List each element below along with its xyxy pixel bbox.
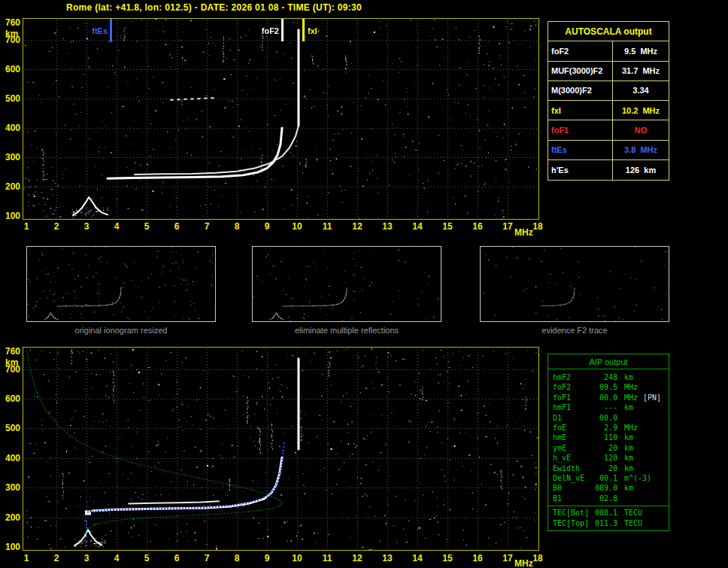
thumbnail-caption-original: original ionogram resized — [75, 326, 168, 335]
thumbnail-original-canvas — [27, 247, 215, 321]
autoscala-row-value: NO — [613, 120, 669, 139]
y-tick-label: 300 — [1, 483, 20, 492]
y-tick-label: 500 — [1, 94, 20, 103]
aip-row: B0089.0km — [553, 483, 666, 493]
aip-row-value: 00.1 — [592, 473, 617, 483]
aip-rows: hmF2248kmfoF209.5MHzfoF100.0MHz[PN]hmF1-… — [548, 369, 669, 506]
x-tick-label: 1 — [24, 554, 29, 563]
autoscala-row-value: 3.34 — [613, 81, 669, 100]
aip-row-label: ymE — [553, 443, 592, 453]
x-tick-label: 18 — [532, 222, 542, 231]
aip-output-title: AIP output — [548, 354, 669, 369]
thumbnail-f2-trace — [480, 246, 669, 322]
top-ionogram-plot — [23, 18, 539, 220]
autoscala-row-label: fxI — [548, 101, 613, 120]
aip-row: ymE20km — [553, 443, 666, 453]
aip-row: Ewidth20km — [553, 463, 666, 473]
aip-row-value: 2.9 — [592, 423, 617, 433]
aip-row-unit: TECU — [617, 508, 642, 518]
aip-row: hmF1---km — [553, 402, 666, 412]
y-tick-label: 700 — [1, 35, 20, 44]
y-tick-label: 200 — [1, 513, 20, 522]
aip-row-unit: km — [617, 453, 633, 463]
x-tick-label: 15 — [442, 222, 452, 231]
y-tick-label: 400 — [1, 123, 20, 132]
autoscala-row-value: 9.5 MHz — [613, 41, 669, 60]
x-tick-label: 2 — [54, 222, 59, 231]
y-tick-label: 300 — [1, 153, 20, 162]
aip-tec-rows: TEC[Bot]008.1TECUTEC[Top]011.3TECU — [548, 506, 669, 530]
aip-row-label: TEC[Top] — [553, 518, 592, 528]
aip-row-unit: TECU — [617, 518, 642, 528]
aip-row-label: hmF1 — [553, 402, 592, 412]
autoscala-row-value: 10.2 MHz — [613, 101, 669, 120]
thumbnail-f2-trace-canvas — [481, 247, 669, 321]
aip-row-unit: km — [617, 402, 633, 412]
top-ionogram-canvas — [23, 19, 538, 219]
aip-row-value: 008.1 — [592, 508, 617, 518]
aip-row-label: DelN_vE — [553, 473, 592, 483]
x-tick-label: 7 — [205, 222, 210, 231]
aip-row-value: 00.0 — [592, 413, 617, 423]
aip-row-unit: km — [617, 483, 633, 493]
autoscala-row-label: MUF(3000)F2 — [548, 62, 613, 80]
x-tick-label: 3 — [84, 222, 89, 231]
aip-row-label: B1 — [553, 494, 592, 503]
ftes-marker-line — [110, 19, 112, 41]
x-tick-label: 5 — [144, 554, 150, 563]
aip-row-value: --- — [592, 402, 617, 412]
x-tick-label: 17 — [502, 222, 512, 231]
x-tick-label: 6 — [174, 554, 180, 563]
y-tick-label: 500 — [1, 424, 20, 433]
autoscala-row-value: 126 km — [613, 160, 669, 180]
y-tick-label: 760 — [1, 347, 20, 356]
aip-row: B102.8 — [553, 494, 666, 503]
y-tick-label: 760 — [1, 18, 20, 27]
aip-row-unit: km — [617, 443, 633, 453]
aip-row: hmF2248km — [553, 372, 666, 382]
y-tick-label: 400 — [1, 454, 20, 463]
autoscala-output-title: AUTOSCALA output — [548, 22, 669, 41]
autoscala-row-value: 3.8 MHz — [613, 141, 669, 159]
x-tick-label: 13 — [382, 554, 392, 563]
autoscala-row: foF29.5 MHz — [548, 41, 669, 61]
aip-row-label: h_vE — [553, 453, 592, 463]
autoscala-row: MUF(3000)F231.7 MHz — [548, 62, 669, 81]
ftes-marker-label: ftEs — [85, 27, 108, 35]
autoscala-row-label: foF2 — [548, 41, 613, 60]
x-tick-label: 4 — [114, 222, 120, 231]
aip-row-label: D1 — [553, 413, 592, 423]
aip-row: hmE110km — [553, 433, 666, 442]
aip-row-unit — [617, 494, 624, 503]
x-tick-label: 10 — [292, 222, 302, 231]
x-tick-label: 18 — [532, 554, 542, 563]
aip-row: D100.0 — [553, 413, 666, 423]
x-tick-label: 11 — [323, 554, 332, 563]
y-tick-label: 600 — [1, 394, 20, 403]
x-tick-label: 8 — [235, 222, 240, 231]
x-tick-label: 12 — [352, 554, 362, 563]
aip-row: foE2.9MHz — [553, 423, 666, 433]
aip-row-unit: MHz — [617, 382, 638, 392]
aip-row-value: 02.8 — [592, 494, 617, 503]
aip-row: DelN_vE00.1m^(-3) — [553, 473, 666, 483]
autoscala-output-table: AUTOSCALA output foF29.5 MHzMUF(3000)F23… — [548, 21, 669, 181]
fxi-marker-label: fxI — [308, 27, 317, 35]
y-tick-label: 200 — [1, 182, 20, 191]
aip-row-unit: MHz — [617, 423, 638, 433]
aip-row-label: foF2 — [553, 382, 592, 392]
thumbnail-caption-f2-trace: evidence F2 trace — [541, 326, 607, 335]
thumbnail-multiple-reflections — [252, 246, 441, 322]
aip-row-value: 110 — [592, 433, 617, 442]
station-title: Rome (lat: +41.8, lon: 012.5) - DATE: 20… — [66, 2, 362, 13]
autoscala-window: Rome (lat: +41.8, lon: 012.5) - DATE: 20… — [0, 0, 728, 568]
y-tick-label: 100 — [1, 542, 20, 551]
x-tick-label: 12 — [352, 222, 362, 231]
x-tick-label: 3 — [84, 554, 89, 563]
x-tick-label: 4 — [114, 554, 120, 563]
x-tick-label: 6 — [174, 222, 180, 231]
fof2-marker-line — [281, 19, 284, 41]
autoscala-row: foF1NO — [548, 120, 669, 140]
top-x-axis-unit: MHz — [514, 227, 533, 238]
aip-row-unit: km — [617, 463, 633, 473]
